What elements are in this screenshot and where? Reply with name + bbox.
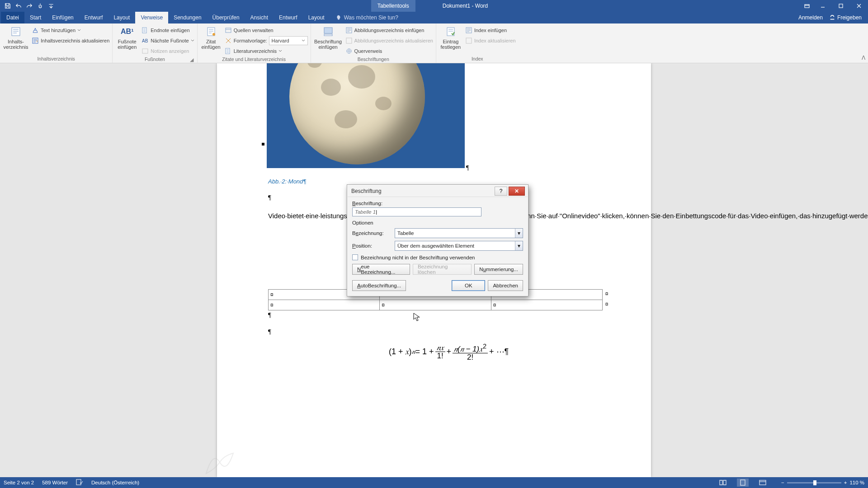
group-toc: Inhalts- verzeichnis Text hinzufügen Inh… xyxy=(0,23,113,63)
new-label-button[interactable]: Neue Bezeichnung... xyxy=(352,264,410,275)
tab-layout[interactable]: Layout xyxy=(108,12,135,23)
tab-start[interactable]: Start xyxy=(24,12,47,23)
maximize-icon[interactable] xyxy=(832,0,850,12)
mark-entry-button[interactable]: Eintrag festlegen xyxy=(439,25,462,50)
endnote-icon xyxy=(142,27,149,34)
footnote-icon: AB¹ xyxy=(121,26,133,38)
update-toc-button[interactable]: Inhaltsverzeichnis aktualisieren xyxy=(32,36,109,45)
collapse-ribbon-icon[interactable]: ᐱ xyxy=(862,55,865,61)
update-figures-icon xyxy=(345,37,353,44)
zoom-slider[interactable] xyxy=(787,482,841,483)
chevron-down-icon[interactable]: ▾ xyxy=(515,229,523,238)
row-end-mark: ¤ xyxy=(604,301,610,307)
tab-insert[interactable]: Einfügen xyxy=(47,12,79,23)
paragraph-mark: ¶ xyxy=(466,164,469,172)
dialog-title: Beschriftung xyxy=(350,188,493,194)
svg-point-8 xyxy=(212,33,215,36)
minimize-icon[interactable] xyxy=(814,0,832,12)
web-layout-icon[interactable] xyxy=(757,479,769,487)
dialog-titlebar[interactable]: Beschriftung ? ✕ xyxy=(348,185,528,197)
delete-label-button: Bezeichnung löschen xyxy=(413,264,472,275)
qat-customize-icon[interactable] xyxy=(46,1,56,11)
insert-footnote-button[interactable]: AB¹ Fußnote einfügen xyxy=(115,25,139,50)
svg-rect-0 xyxy=(805,5,809,8)
tab-references[interactable]: Verweise xyxy=(135,12,168,23)
svg-rect-14 xyxy=(346,38,352,43)
mark-entry-icon xyxy=(444,26,457,38)
group-label-citations: Zitate und Literaturverzeichnis xyxy=(200,56,308,63)
tab-file[interactable]: Datei xyxy=(1,12,24,23)
ribbon-tabs: Datei Start Einfügen Entwurf Layout Verw… xyxy=(0,12,868,23)
insert-index-button[interactable]: Index einfügen xyxy=(465,26,516,35)
caption-dialog: Beschriftung ? ✕ Beschriftung: Tabelle 1… xyxy=(347,184,528,296)
watermark-icon xyxy=(193,437,247,477)
checkbox-icon[interactable] xyxy=(352,254,358,260)
numbering-button[interactable]: Nummerierung... xyxy=(474,264,523,275)
footnotes-launcher-icon[interactable]: ◢ xyxy=(189,57,194,62)
tab-table-design[interactable]: Entwurf xyxy=(274,12,303,23)
manage-sources-button[interactable]: Quellen verwalten xyxy=(225,26,308,35)
auto-caption-button[interactable]: AutoBeschriftung... xyxy=(352,280,406,291)
cancel-button[interactable]: Abbrechen xyxy=(488,280,523,291)
cross-reference-button[interactable]: Querverweis xyxy=(345,47,433,56)
close-icon[interactable] xyxy=(850,0,868,12)
crossref-icon xyxy=(345,47,353,55)
svg-rect-6 xyxy=(142,49,148,53)
tab-draft[interactable]: Entwurf xyxy=(79,12,108,23)
svg-rect-18 xyxy=(466,38,472,43)
designation-combo[interactable]: Tabelle▾ xyxy=(395,228,523,238)
zoom-out-button[interactable]: − xyxy=(781,480,784,485)
group-label-captions: Beschriftungen xyxy=(314,56,433,63)
add-text-button[interactable]: Text hinzufügen xyxy=(32,26,109,35)
page-indicator[interactable]: Seite 2 von 2 xyxy=(4,480,34,485)
next-footnote-button[interactable]: ABNächste Fußnote xyxy=(142,36,194,45)
insert-endnote-button[interactable]: Endnote einfügen xyxy=(142,26,194,35)
show-notes-icon xyxy=(142,47,149,55)
insert-caption-button[interactable]: Beschriftung einfügen xyxy=(314,25,343,50)
update-index-button: Index aktualisieren xyxy=(465,36,516,45)
zoom-control[interactable]: − + 110 % xyxy=(781,480,864,485)
print-layout-icon[interactable] xyxy=(737,479,749,487)
word-count[interactable]: 589 Wörter xyxy=(42,480,68,485)
ok-button[interactable]: OK xyxy=(452,280,485,291)
caption-input[interactable]: Tabelle 1| xyxy=(352,207,481,216)
redo-icon[interactable] xyxy=(24,1,34,11)
tell-me-box[interactable]: Was möchten Sie tun? xyxy=(330,12,404,23)
tab-review[interactable]: Überprüfen xyxy=(207,12,245,23)
svg-rect-19 xyxy=(76,479,81,485)
position-combo[interactable]: Über dem ausgewählten Element▾ xyxy=(395,241,523,251)
show-notes-button: Notizen anzeigen xyxy=(142,47,194,56)
citation-style-combo[interactable]: Formatvorlage: Harvard xyxy=(225,36,308,45)
tab-mailings[interactable]: Sendungen xyxy=(168,12,207,23)
toc-button[interactable]: Inhalts- verzeichnis xyxy=(3,25,29,50)
style-icon xyxy=(225,37,232,44)
read-mode-icon[interactable] xyxy=(717,479,729,487)
share-button[interactable]: Freigeben xyxy=(829,14,862,21)
exclude-label-checkbox[interactable]: Bezeichnung nicht in der Beschriftung ve… xyxy=(352,254,523,260)
figure-caption[interactable]: Abb.·2:·Mond¶ xyxy=(268,178,306,185)
insert-figures-table-button[interactable]: Abbildungsverzeichnis einfügen xyxy=(345,26,433,35)
equation[interactable]: (1 + 𝑥)𝑛 = 1 + 𝑛𝑥1! + 𝑛(𝑛 − 1)𝑥22! + ⋯¶ xyxy=(389,343,509,361)
bibliography-icon xyxy=(225,47,232,55)
insert-citation-button[interactable]: Zitat einfügen xyxy=(200,25,222,50)
zoom-level[interactable]: 110 % xyxy=(849,480,864,485)
svg-rect-11 xyxy=(324,28,332,33)
moon-image[interactable] xyxy=(267,63,465,168)
tab-table-layout[interactable]: Layout xyxy=(303,12,330,23)
touch-mode-icon[interactable] xyxy=(35,1,45,11)
ribbon-display-options-icon[interactable] xyxy=(800,0,814,12)
undo-icon[interactable] xyxy=(14,1,24,11)
zoom-in-button[interactable]: + xyxy=(844,480,847,485)
paragraph-mark: ¶ xyxy=(268,194,271,202)
sign-in-link[interactable]: Anmelden xyxy=(798,14,823,21)
language-indicator[interactable]: Deutsch (Österreich) xyxy=(91,480,139,485)
save-icon[interactable] xyxy=(3,1,13,11)
bibliography-button[interactable]: Literaturverzeichnis xyxy=(225,47,308,56)
dialog-help-button[interactable]: ? xyxy=(495,187,507,196)
tab-view[interactable]: Ansicht xyxy=(245,12,274,23)
chevron-down-icon[interactable]: ▾ xyxy=(515,241,523,250)
table-row[interactable]: ¤ ¤ ¤ xyxy=(269,300,603,310)
spellcheck-icon[interactable] xyxy=(76,479,83,486)
dialog-close-button[interactable]: ✕ xyxy=(509,187,525,196)
group-label-footnotes: Fußnoten◢ xyxy=(115,56,194,63)
